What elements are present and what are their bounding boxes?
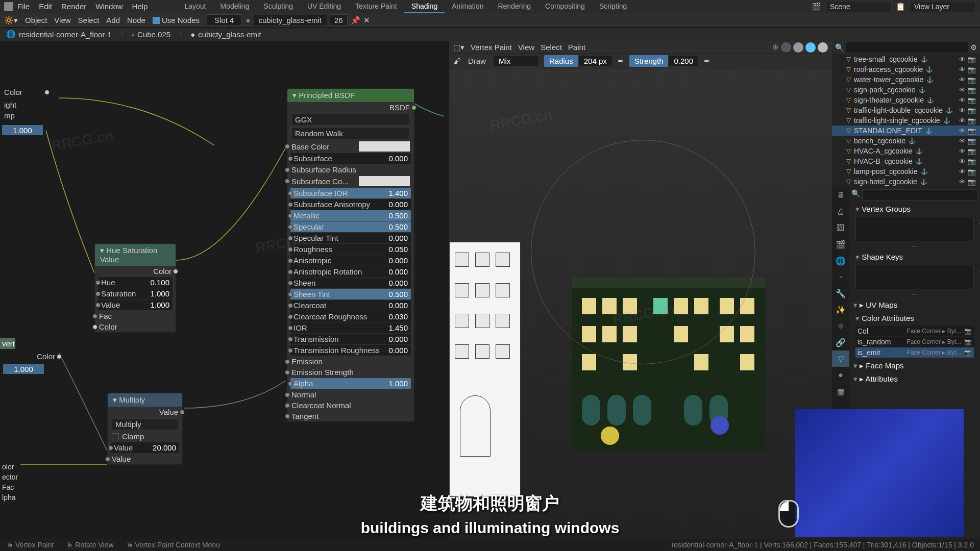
outliner-item[interactable]: ▽tree-small_cgcookie⚓👁 📷 — [832, 54, 980, 64]
vh-select[interactable]: Select — [541, 43, 562, 52]
principled-clearcoat[interactable]: Clearcoat0.000 — [290, 300, 411, 311]
ws-sculpting[interactable]: Sculpting — [256, 0, 300, 13]
ptab-particles[interactable]: ✨ — [832, 302, 849, 318]
visibility-toggle[interactable]: 👁 📷 — [959, 158, 976, 165]
bc-object[interactable]: residential-corner-A_floor-1 — [19, 30, 112, 39]
principled-transmission[interactable]: Transmission0.000 — [290, 334, 411, 344]
mode-dropdown[interactable]: Object — [25, 16, 47, 24]
vh-view[interactable]: View — [518, 43, 534, 52]
outliner-item[interactable]: ▽sign-park_cgcookie⚓👁 📷 — [832, 85, 980, 95]
outliner-item[interactable]: ▽traffic-light-double_cgcookie⚓👁 📷 — [832, 105, 980, 115]
node-editor[interactable]: Color ight mp 1.000 vert Color 1.000 olo… — [0, 41, 449, 539]
menu-render[interactable]: Render — [61, 2, 86, 11]
vh-paint[interactable]: Paint — [568, 43, 585, 52]
ptab-world[interactable]: 🌐 — [832, 253, 849, 269]
shading-solid[interactable] — [793, 42, 803, 53]
visibility-toggle[interactable]: 👁 📷 — [959, 168, 976, 176]
principled-clearcoat-roughness[interactable]: Clearcoat Roughness0.030 — [290, 311, 411, 322]
principled-subsurface-ior[interactable]: Subsurface IOR1.400 — [290, 188, 411, 198]
ptab-modifiers[interactable]: 🔧 — [832, 285, 849, 302]
section-shape-keys[interactable]: Shape Keys — [851, 251, 978, 264]
ptab-physics[interactable]: ⚛ — [832, 318, 849, 334]
nh-select[interactable]: Select — [78, 16, 100, 24]
clamp-checkbox[interactable] — [112, 433, 119, 440]
ptab-material[interactable]: ● — [832, 367, 849, 383]
hue-saturation-node[interactable]: ▾ Hue Saturation Value Color Hue0.100 Sa… — [94, 243, 176, 333]
outliner-item[interactable]: ▽water-tower_cgcookie⚓👁 📷 — [832, 74, 980, 85]
principled-emission[interactable]: Emission — [287, 356, 414, 367]
menu-edit[interactable]: Edit — [39, 2, 52, 11]
pin-icon[interactable]: 📌 — [351, 16, 360, 25]
visibility-toggle[interactable]: 👁 📷 — [959, 86, 976, 94]
visibility-toggle[interactable]: 👁 📷 — [959, 66, 976, 73]
ptab-render[interactable]: 🖥 — [832, 187, 849, 204]
material-name[interactable]: cubicty_glass-emit — [254, 15, 327, 26]
viewlayer-field[interactable] — [910, 1, 976, 12]
ptab-texture[interactable]: ▦ — [832, 383, 849, 399]
ws-compositing[interactable]: Compositing — [538, 0, 592, 13]
visibility-toggle[interactable]: 👁 📷 — [959, 127, 976, 135]
use-nodes-checkbox[interactable]: Use Nodes — [153, 16, 200, 24]
multiply-node[interactable]: ▾ Multiply Value Multiply Clamp Value20.… — [107, 393, 183, 465]
ptab-viewlayer[interactable]: 🖼 — [832, 220, 849, 236]
visibility-toggle[interactable]: 👁 📷 — [959, 76, 976, 84]
ws-shading[interactable]: Shading — [404, 0, 445, 13]
viewport-mode[interactable]: Vertex Paint — [471, 43, 512, 52]
principled-subsurface-co-[interactable]: Subsurface Co... — [287, 175, 414, 187]
principled-subsurface-radius[interactable]: Subsurface Radius — [287, 164, 414, 175]
ptab-scene[interactable]: 🎬 — [832, 236, 849, 253]
principled-normal[interactable]: Normal — [287, 389, 414, 400]
principled-base-color[interactable]: Base Color — [287, 140, 414, 153]
ws-uvediting[interactable]: UV Editing — [300, 0, 348, 13]
principled-emission-strength[interactable]: Emission Strength — [287, 367, 414, 378]
camera-icon[interactable]: 📷 — [964, 338, 972, 345]
section-vertex-groups[interactable]: Vertex Groups — [851, 203, 978, 216]
editor-type-dropdown[interactable]: 🔆▾ — [4, 16, 18, 25]
menu-file[interactable]: File — [17, 2, 30, 11]
vertex-groups-list[interactable]: + — [855, 217, 974, 241]
strength-pressure-icon[interactable]: ✒ — [704, 57, 710, 66]
ws-scripting[interactable]: Scripting — [592, 0, 634, 13]
gizmo-toggle[interactable]: ⊕ — [772, 42, 779, 53]
radius-value[interactable]: 204 px — [578, 55, 612, 67]
outliner-list[interactable]: ▽tree-small_cgcookie⚓👁 📷▽roof-access_cgc… — [832, 54, 980, 187]
ws-texturepaint[interactable]: Texture Paint — [348, 0, 404, 13]
outliner-item[interactable]: ▽HVAC-B_cgcookie⚓👁 📷 — [832, 156, 980, 166]
outliner-item[interactable]: ▽roof-access_cgcookie⚓👁 📷 — [832, 64, 980, 74]
camera-icon[interactable]: 📷 — [964, 349, 972, 356]
node-header[interactable]: ▾ Principled BSDF — [287, 89, 414, 102]
visibility-toggle[interactable]: 👁 📷 — [959, 56, 976, 63]
close-icon[interactable]: ✕ — [363, 16, 370, 25]
principled-subsurface[interactable]: Subsurface0.000 — [290, 153, 411, 164]
shading-wireframe[interactable] — [781, 42, 791, 53]
filter-icon[interactable]: ⚙ — [970, 43, 977, 52]
brush-icon[interactable]: 🖌 — [453, 57, 461, 65]
ws-animation[interactable]: Animation — [445, 0, 491, 13]
principled-ior[interactable]: IOR1.450 — [290, 322, 411, 333]
blend-mode[interactable]: Mix — [493, 55, 539, 67]
section-uv-maps[interactable]: ▸ UV Maps — [851, 298, 978, 312]
ptab-constraints[interactable]: 🔗 — [832, 334, 849, 350]
ws-rendering[interactable]: Rendering — [491, 0, 538, 13]
fragment-value[interactable]: 1.000 — [2, 125, 43, 135]
menu-help[interactable]: Help — [132, 2, 148, 11]
fragment-value2[interactable]: 1.000 — [3, 364, 44, 374]
shading-matprev[interactable] — [805, 42, 816, 53]
principled-subsurface-anisotropy[interactable]: Subsurface Anisotropy0.000 — [290, 199, 411, 210]
principled-tangent[interactable]: Tangent — [287, 411, 414, 421]
visibility-toggle[interactable]: 👁 📷 — [959, 137, 976, 145]
section-color-attributes[interactable]: Color Attributes — [851, 312, 978, 325]
brush-name[interactable]: Draw — [468, 57, 486, 65]
color-attribute-row[interactable]: is_randomFace Corner ▸ Byt...📷 — [855, 337, 974, 347]
material-users[interactable]: 26 — [330, 14, 348, 26]
principled-anisotropic[interactable]: Anisotropic0.000 — [290, 255, 411, 266]
principled-sheen[interactable]: Sheen0.000 — [290, 278, 411, 288]
principled-metallic[interactable]: Metallic0.500 — [290, 210, 411, 221]
section-face-maps[interactable]: ▸ Face Maps — [851, 359, 978, 372]
outliner-item[interactable]: ▽STANDALONE_EDIT⚓👁 📷 — [832, 126, 980, 136]
3d-viewport[interactable]: ⬚▾ Vertex Paint View Select Paint ⊕ 🖌 Dr… — [449, 41, 832, 539]
principled-specular[interactable]: Specular0.500 — [290, 221, 411, 232]
camera-icon[interactable]: 📷 — [964, 328, 972, 335]
outliner-item[interactable]: ▽traffic-light-single_cgcookie⚓👁 📷 — [832, 115, 980, 126]
bc-mesh[interactable]: Cube.025 — [137, 30, 170, 39]
